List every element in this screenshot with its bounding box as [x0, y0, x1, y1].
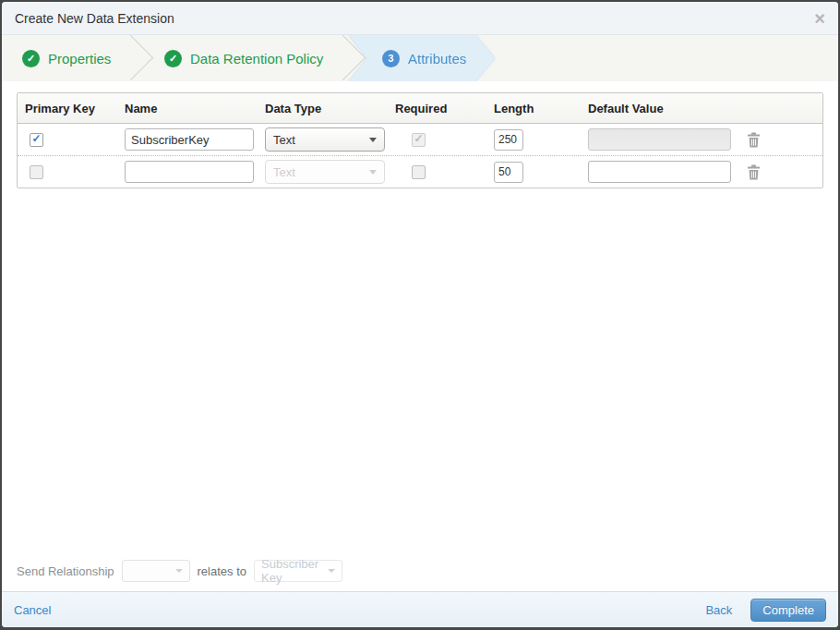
length-input[interactable]: [494, 129, 523, 151]
header-length: Length: [486, 102, 581, 115]
data-type-select: Text: [265, 160, 385, 184]
modal-titlebar: Create New Data Extension ×: [2, 2, 838, 35]
modal-footer: Cancel Back Complete: [2, 591, 838, 627]
header-name: Name: [117, 102, 258, 115]
trash-icon: [747, 132, 761, 148]
close-icon[interactable]: ×: [814, 9, 825, 28]
relates-to-value: Subscriber Key: [261, 557, 323, 585]
header-default-value: Default Value: [581, 102, 726, 115]
check-glyph: ✓: [27, 53, 35, 65]
name-input[interactable]: [125, 161, 254, 183]
data-type-value: Text: [273, 165, 295, 179]
step-attributes-label: Attributes: [408, 51, 466, 67]
back-link[interactable]: Back: [705, 603, 732, 617]
primary-key-checkbox[interactable]: [30, 165, 43, 179]
step-complete-check-icon: ✓: [22, 50, 40, 67]
check-glyph: ✓: [169, 53, 177, 65]
create-data-extension-modal: Create New Data Extension × ✓ Properties…: [2, 2, 838, 627]
table-row: Text: [18, 124, 822, 155]
relates-to-label: relates to: [198, 564, 246, 578]
chevron-down-icon: [369, 170, 377, 175]
chevron-down-icon: [369, 138, 377, 142]
send-relationship-select: [122, 560, 190, 582]
required-checkbox[interactable]: [412, 165, 426, 179]
default-value-input: [588, 128, 731, 151]
step-data-retention-policy[interactable]: ✓ Data Retention Policy: [164, 35, 323, 81]
header-required: Required: [388, 102, 486, 115]
data-type-value: Text: [273, 133, 295, 147]
send-relationship-row: Send Relationship relates to Subscriber …: [17, 560, 342, 582]
data-type-select[interactable]: Text: [265, 127, 385, 151]
relates-to-select: Subscriber Key: [254, 560, 342, 582]
step-number-badge: 3: [382, 50, 400, 67]
complete-button[interactable]: Complete: [750, 599, 826, 622]
chevron-down-icon: [328, 569, 335, 573]
primary-key-checkbox[interactable]: [30, 133, 43, 147]
step-attributes-active[interactable]: 3 Attributes: [349, 35, 495, 81]
chevron-down-icon: [175, 569, 183, 573]
step-separator-chevron-icon: [108, 35, 153, 80]
length-input[interactable]: [494, 162, 523, 183]
default-value-input[interactable]: [588, 161, 731, 183]
required-checkbox: [412, 133, 426, 147]
attributes-table-header: Primary Key Name Data Type Required Leng…: [18, 93, 822, 124]
cancel-link[interactable]: Cancel: [14, 603, 51, 617]
name-input[interactable]: [125, 128, 254, 151]
step-complete-check-icon: ✓: [164, 50, 182, 67]
modal-title: Create New Data Extension: [15, 11, 174, 26]
step-properties[interactable]: ✓ Properties: [22, 35, 111, 81]
trash-icon: [747, 164, 761, 180]
delete-row-button[interactable]: [747, 132, 761, 148]
wizard-steps-bar: ✓ Properties ✓ Data Retention Policy 3 A…: [2, 35, 838, 82]
table-row: Text: [18, 155, 822, 188]
delete-row-button[interactable]: [747, 164, 761, 180]
header-primary-key: Primary Key: [18, 102, 117, 115]
send-relationship-label: Send Relationship: [17, 564, 114, 578]
modal-content: Primary Key Name Data Type Required Leng…: [2, 81, 838, 591]
step-data-retention-policy-label: Data Retention Policy: [190, 51, 323, 67]
header-data-type: Data Type: [258, 102, 388, 115]
step-properties-label: Properties: [48, 51, 111, 67]
attributes-table: Primary Key Name Data Type Required Leng…: [17, 92, 823, 188]
